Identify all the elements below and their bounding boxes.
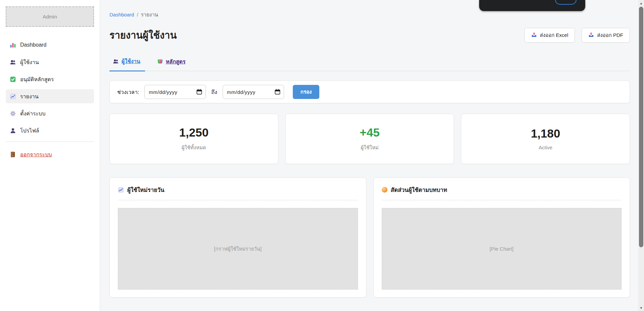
export-buttons: ส่งออก Excel ส่งออก PDF <box>524 28 630 43</box>
calendar-icon[interactable] <box>196 89 202 95</box>
report-tabs: ผู้ใช้งาน หลักสูตร <box>109 57 630 71</box>
sidebar-item-logout[interactable]: ออกจากระบบ <box>6 147 94 161</box>
pie-chart-placeholder: [Pie Chart] <box>382 208 622 290</box>
date-to-label: ถึง <box>211 88 217 96</box>
placeholder-text: [Pie Chart] <box>490 246 513 252</box>
panel-title-row: สัดส่วนผู้ใช้ตามบทบาท <box>382 185 622 194</box>
download-icon <box>531 32 537 39</box>
export-pdf-label: ส่งออก PDF <box>597 31 623 39</box>
title-row: รายงานผู้ใช้งาน ส่งออก Excel ส่งออก PDF <box>109 28 630 43</box>
filter-submit-button[interactable]: กรอง <box>293 85 319 99</box>
users-icon <box>113 58 119 64</box>
panel-new-users-daily: ผู้ใช้ใหม่รายวัน [กราฟผู้ใช้ใหม่รายวัน] <box>109 177 366 298</box>
panel-title-row: ผู้ใช้ใหม่รายวัน <box>118 185 358 194</box>
sidebar-item-label: ผู้ใช้งาน <box>20 58 39 66</box>
stat-value: +45 <box>360 126 379 138</box>
door-icon <box>10 151 16 158</box>
sidebar-item-label: โปรไฟล์ <box>20 126 39 135</box>
page-title: รายงานผู้ใช้งาน <box>109 28 177 43</box>
sidebar-item-users[interactable]: ผู้ใช้งาน <box>6 55 94 69</box>
sidebar-item-label: ตั้งค่าระบบ <box>20 109 45 118</box>
stat-label: Active <box>539 145 552 150</box>
export-pdf-button[interactable]: ส่งออก PDF <box>582 28 630 43</box>
stat-label: ผู้ใช้ใหม่ <box>361 144 378 152</box>
line-chart-icon <box>10 93 16 100</box>
sidebar-item-label: Dashboard <box>20 42 46 48</box>
panel-divider <box>118 200 358 200</box>
tab-users[interactable]: ผู้ใช้งาน <box>109 57 145 71</box>
sidebar-item-profile[interactable]: โปรไฟล์ <box>6 123 94 138</box>
scroll-up-arrow-icon[interactable]: ▲ <box>638 0 644 6</box>
gear-icon <box>10 110 16 117</box>
line-chart-placeholder: [กราฟผู้ใช้ใหม่รายวัน] <box>118 208 358 290</box>
sidebar-item-dashboard[interactable]: Dashboard <box>6 38 94 52</box>
tab-courses[interactable]: หลักสูตร <box>154 57 190 71</box>
admin-logo-placeholder: Admin <box>6 6 94 27</box>
sidebar-item-approve-courses[interactable]: อนุมัติหลักสูตร <box>6 72 94 86</box>
logout-label: ออกจากระบบ <box>20 150 52 159</box>
date-to-wrapper <box>223 85 284 99</box>
download-icon <box>588 32 594 39</box>
browser-dark-overlay <box>479 0 585 11</box>
stats-row: 1,250 ผู้ใช้ทั้งหมด +45 ผู้ใช้ใหม่ 1,180… <box>109 114 630 164</box>
bar-chart-icon <box>10 42 16 48</box>
sidebar-item-label: อนุมัติหลักสูตร <box>20 75 54 84</box>
scroll-down-arrow-icon[interactable]: ▼ <box>638 305 644 311</box>
export-excel-label: ส่งออก Excel <box>540 31 568 39</box>
breadcrumb: Dashboard/รายงาน <box>109 11 630 19</box>
breadcrumb-separator: / <box>137 12 138 17</box>
panel-users-by-role: สัดส่วนผู้ใช้ตามบทบาท [Pie Chart] <box>373 177 630 298</box>
stat-label: ผู้ใช้ทั้งหมด <box>182 144 206 152</box>
breadcrumb-dashboard-link[interactable]: Dashboard <box>109 12 134 17</box>
panel-divider <box>382 200 622 200</box>
sidebar: Admin Dashboard ผู้ใช้งาน อนุมัติหลักสูต… <box>0 0 100 311</box>
stat-card-total-users: 1,250 ผู้ใช้ทั้งหมด <box>109 114 278 164</box>
admin-logo-label: Admin <box>43 14 57 19</box>
date-filter-card: ช่วงเวลา: ถึง กรอง <box>109 81 630 103</box>
stat-value: 1,180 <box>531 127 560 139</box>
vertical-scrollbar[interactable]: ▲ ▼ <box>638 0 644 311</box>
books-icon <box>157 58 163 64</box>
approve-check-icon <box>10 76 16 83</box>
export-excel-button[interactable]: ส่งออก Excel <box>524 28 575 43</box>
tab-users-label: ผู้ใช้งาน <box>122 57 140 65</box>
stat-value: 1,250 <box>179 126 209 138</box>
stat-card-new-users: +45 ผู้ใช้ใหม่ <box>285 114 454 164</box>
date-range-label: ช่วงเวลา: <box>117 88 139 96</box>
chart-panels-row: ผู้ใช้ใหม่รายวัน [กราฟผู้ใช้ใหม่รายวัน] … <box>109 177 630 298</box>
tab-courses-label: หลักสูตร <box>166 57 186 66</box>
sidebar-item-label: รายงาน <box>20 92 39 101</box>
sidebar-divider <box>6 142 94 142</box>
panel-title: สัดส่วนผู้ใช้ตามบทบาท <box>391 185 447 194</box>
panel-title: ผู้ใช้ใหม่รายวัน <box>127 185 164 194</box>
date-from-wrapper <box>144 85 206 99</box>
sidebar-item-reports[interactable]: รายงาน <box>6 89 94 103</box>
scrollbar-thumb[interactable] <box>639 7 643 247</box>
breadcrumb-current: รายงาน <box>141 12 158 17</box>
calendar-icon[interactable] <box>274 89 281 95</box>
overlay-focused-button[interactable] <box>555 0 577 5</box>
placeholder-text: [กราฟผู้ใช้ใหม่รายวัน] <box>214 245 262 253</box>
sidebar-nav: Dashboard ผู้ใช้งาน อนุมัติหลักสูตร รายง… <box>6 38 94 138</box>
line-chart-icon <box>118 187 124 193</box>
users-icon <box>10 59 16 65</box>
stat-card-active-users: 1,180 Active <box>461 114 630 164</box>
sidebar-item-system-settings[interactable]: ตั้งค่าระบบ <box>6 106 94 120</box>
pie-chart-icon <box>382 187 387 193</box>
person-icon <box>10 127 16 134</box>
app-window: Admin Dashboard ผู้ใช้งาน อนุมัติหลักสูต… <box>0 0 644 311</box>
main-content: Dashboard/รายงาน รายงานผู้ใช้งาน ส่งออก … <box>100 0 644 311</box>
